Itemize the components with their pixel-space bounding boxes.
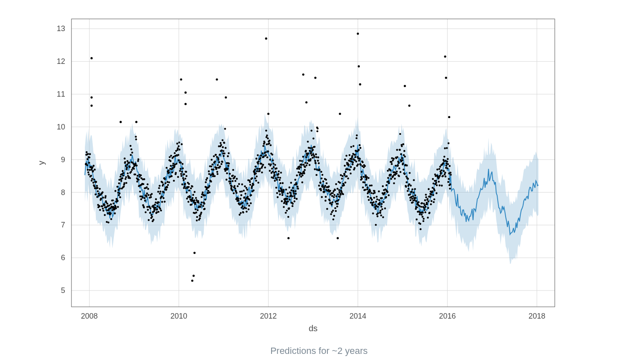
svg-point-1089 xyxy=(380,214,382,216)
svg-point-73 xyxy=(96,185,98,187)
svg-point-1226 xyxy=(419,205,421,207)
svg-point-306 xyxy=(161,201,163,203)
svg-point-862 xyxy=(316,127,319,129)
svg-point-1317 xyxy=(444,148,446,150)
svg-point-1264 xyxy=(429,196,431,198)
svg-point-600 xyxy=(243,196,245,198)
svg-text:2010: 2010 xyxy=(171,312,187,320)
svg-point-566 xyxy=(234,176,236,178)
svg-point-1194 xyxy=(409,199,411,201)
svg-point-1365 xyxy=(408,105,410,107)
svg-point-515 xyxy=(220,142,222,144)
svg-point-378 xyxy=(181,183,183,185)
svg-point-1023 xyxy=(362,161,364,164)
svg-point-731 xyxy=(280,171,282,174)
svg-point-772 xyxy=(292,205,294,207)
svg-point-1324 xyxy=(446,147,448,149)
svg-point-709 xyxy=(274,180,276,182)
svg-point-293 xyxy=(158,211,160,213)
svg-point-279 xyxy=(153,209,156,211)
svg-point-655 xyxy=(259,170,261,172)
svg-point-949 xyxy=(341,178,343,180)
svg-point-688 xyxy=(268,163,270,165)
svg-point-734 xyxy=(281,200,283,202)
svg-point-181 xyxy=(126,164,128,166)
svg-point-1232 xyxy=(420,206,422,208)
svg-point-336 xyxy=(169,160,171,162)
svg-point-1117 xyxy=(388,182,390,185)
svg-point-1314 xyxy=(443,160,445,162)
svg-point-941 xyxy=(339,196,341,198)
svg-point-864 xyxy=(317,156,319,158)
svg-point-1346 xyxy=(185,103,187,105)
svg-point-540 xyxy=(227,168,229,170)
svg-point-607 xyxy=(245,187,248,189)
svg-point-852 xyxy=(314,168,316,170)
svg-point-443 xyxy=(200,206,202,208)
svg-point-190 xyxy=(129,166,131,168)
svg-point-188 xyxy=(128,162,130,164)
svg-point-1040 xyxy=(366,187,369,189)
svg-point-385 xyxy=(183,173,185,175)
svg-point-1367 xyxy=(445,77,447,79)
svg-point-1336 xyxy=(449,183,451,185)
svg-point-1009 xyxy=(358,149,360,151)
svg-point-93 xyxy=(102,191,104,193)
svg-point-169 xyxy=(123,185,125,187)
svg-point-307 xyxy=(161,182,163,184)
svg-point-1248 xyxy=(424,206,427,208)
svg-point-914 xyxy=(331,195,333,197)
svg-point-318 xyxy=(164,182,166,184)
svg-point-628 xyxy=(251,177,253,179)
svg-point-1201 xyxy=(411,188,414,190)
svg-point-183 xyxy=(127,172,129,174)
svg-point-218 xyxy=(137,175,139,177)
svg-point-875 xyxy=(320,171,322,173)
svg-point-1230 xyxy=(419,228,422,230)
svg-point-1032 xyxy=(364,189,366,191)
svg-point-290 xyxy=(157,206,159,208)
svg-point-761 xyxy=(288,187,290,189)
svg-point-896 xyxy=(326,208,328,210)
svg-point-156 xyxy=(119,196,121,198)
svg-point-217 xyxy=(136,181,138,183)
svg-point-1165 xyxy=(401,159,403,161)
svg-point-406 xyxy=(189,196,191,198)
svg-point-1300 xyxy=(439,166,441,168)
svg-point-1044 xyxy=(368,177,370,179)
svg-point-773 xyxy=(292,203,294,205)
svg-point-668 xyxy=(262,145,264,147)
svg-point-1262 xyxy=(429,212,431,214)
svg-point-1122 xyxy=(390,169,392,171)
svg-point-822 xyxy=(306,164,308,166)
svg-point-1211 xyxy=(414,194,417,196)
svg-point-1169 xyxy=(403,169,405,171)
svg-point-845 xyxy=(312,149,314,151)
svg-point-400 xyxy=(187,201,190,203)
svg-point-692 xyxy=(269,159,271,161)
svg-point-191 xyxy=(129,177,131,179)
svg-point-632 xyxy=(252,184,254,186)
svg-point-122 xyxy=(110,212,112,214)
svg-point-329 xyxy=(168,169,170,171)
svg-point-372 xyxy=(179,168,182,170)
svg-point-1328 xyxy=(447,163,449,165)
svg-point-681 xyxy=(266,135,268,137)
svg-point-60 xyxy=(92,182,95,184)
svg-text:2018: 2018 xyxy=(528,312,545,320)
svg-point-168 xyxy=(123,172,125,174)
svg-point-59 xyxy=(92,170,94,172)
svg-point-890 xyxy=(324,200,327,202)
svg-point-1124 xyxy=(390,174,392,176)
svg-point-401 xyxy=(188,186,190,188)
svg-point-618 xyxy=(248,199,250,201)
svg-point-951 xyxy=(342,175,344,177)
svg-point-222 xyxy=(138,179,140,181)
svg-point-363 xyxy=(177,176,179,178)
svg-point-210 xyxy=(134,174,137,176)
svg-point-549 xyxy=(229,182,231,185)
svg-point-433 xyxy=(197,209,199,211)
svg-point-402 xyxy=(188,183,190,185)
svg-point-814 xyxy=(303,172,306,174)
svg-point-117 xyxy=(108,205,111,207)
